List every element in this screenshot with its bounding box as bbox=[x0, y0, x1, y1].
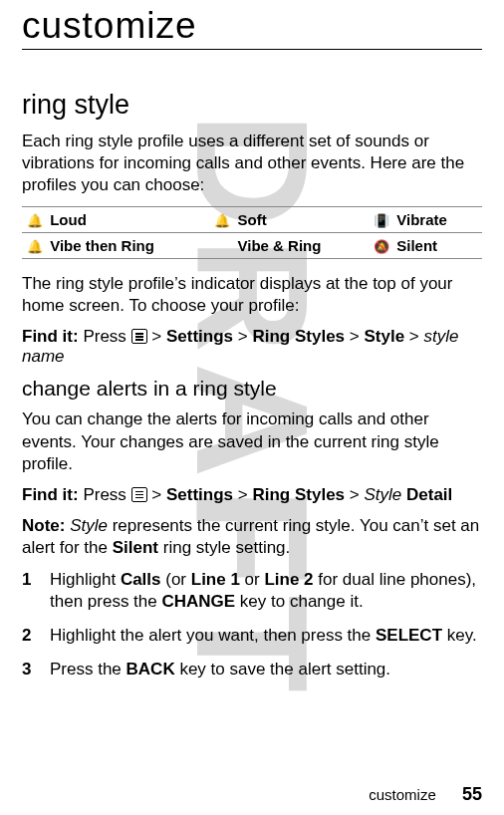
path-ring-styles: Ring Styles bbox=[252, 485, 345, 504]
path-style-italic: Style bbox=[364, 485, 401, 504]
steps-list: Highlight Calls (or Line 1 or Line 2 for… bbox=[22, 569, 482, 680]
ring-style-after-table: The ring style profile’s indicator displ… bbox=[22, 273, 482, 317]
profile-cell-vibe-then-ring: 🔔 Vibe then Ring bbox=[22, 233, 209, 259]
gt: > bbox=[151, 327, 161, 346]
note-paragraph: Note: Style represents the current ring … bbox=[22, 515, 482, 559]
find-it-2: Find it: Press > Settings > Ring Styles … bbox=[22, 485, 482, 505]
step1-change: CHANGE bbox=[161, 592, 235, 611]
page-footer: customize 55 bbox=[369, 784, 482, 805]
find-it-prefix: Find it: bbox=[22, 485, 79, 504]
note-text-2: ring style setting. bbox=[158, 538, 290, 557]
footer-label: customize bbox=[369, 786, 436, 803]
silent-icon: 🔕 bbox=[373, 239, 390, 254]
note-silent: Silent bbox=[113, 538, 158, 557]
step3-a: Press the bbox=[50, 660, 126, 679]
profile-label: Vibrate bbox=[396, 211, 447, 228]
path-style: Style bbox=[364, 327, 404, 346]
press-text: Press bbox=[83, 327, 126, 346]
step1-calls: Calls bbox=[121, 570, 161, 589]
gt: > bbox=[238, 485, 248, 504]
change-alerts-intro: You can change the alerts for incoming c… bbox=[22, 408, 482, 474]
profile-cell-vibrate: 📳 Vibrate bbox=[369, 207, 482, 233]
step1-e: key to change it. bbox=[235, 592, 364, 611]
step-2: Highlight the alert you want, then press… bbox=[22, 625, 482, 647]
profile-cell-loud: 🔔 Loud bbox=[22, 207, 209, 233]
profile-cell-vibe-and-ring: Vibe & Ring bbox=[209, 233, 369, 259]
profile-cell-silent: 🔕 Silent bbox=[369, 233, 482, 259]
press-text: Press bbox=[83, 485, 126, 504]
note-prefix: Note: bbox=[22, 516, 65, 535]
profile-label: Silent bbox=[396, 237, 437, 254]
profile-label: Soft bbox=[238, 211, 267, 228]
page-title: customize bbox=[22, 5, 482, 50]
step-1: Highlight Calls (or Line 1 or Line 2 for… bbox=[22, 569, 482, 613]
bell-soft-icon: 🔔 bbox=[213, 213, 231, 228]
path-ring-styles: Ring Styles bbox=[252, 327, 345, 346]
vibrate-icon: 📳 bbox=[373, 213, 390, 228]
gt: > bbox=[151, 485, 161, 504]
gt: > bbox=[409, 327, 419, 346]
step1-a: Highlight bbox=[50, 570, 121, 589]
gt: > bbox=[350, 485, 360, 504]
bell-loud-icon: 🔔 bbox=[26, 213, 44, 228]
profile-cell-soft: 🔔 Soft bbox=[209, 207, 369, 233]
ring-profiles-table: 🔔 Loud 🔔 Soft 📳 Vibrate 🔔 Vibe then Ring… bbox=[22, 206, 482, 259]
section-ring-style-heading: ring style bbox=[22, 90, 482, 121]
step3-b: key to save the alert setting. bbox=[175, 660, 390, 679]
step1-b: (or bbox=[161, 570, 191, 589]
vibe-ring-icon: 🔔 bbox=[26, 239, 44, 254]
find-it-1: Find it: Press > Settings > Ring Styles … bbox=[22, 327, 482, 367]
menu-key-icon bbox=[131, 329, 147, 344]
step1-line2: Line 2 bbox=[264, 570, 313, 589]
note-style: Style bbox=[70, 516, 108, 535]
step1-c: or bbox=[240, 570, 265, 589]
step3-back: BACK bbox=[126, 660, 175, 679]
gt: > bbox=[238, 327, 248, 346]
step-3: Press the BACK key to save the alert set… bbox=[22, 659, 482, 680]
path-detail: Detail bbox=[406, 485, 452, 504]
step2-b: key. bbox=[442, 626, 477, 645]
find-it-prefix: Find it: bbox=[22, 327, 79, 346]
path-settings: Settings bbox=[166, 485, 233, 504]
menu-key-icon bbox=[131, 487, 147, 502]
page-number: 55 bbox=[462, 784, 482, 804]
step2-a: Highlight the alert you want, then press… bbox=[50, 626, 376, 645]
step2-select: SELECT bbox=[376, 626, 442, 645]
profile-label: Loud bbox=[50, 211, 87, 228]
profile-label: Vibe & Ring bbox=[238, 237, 322, 254]
gt: > bbox=[350, 327, 360, 346]
section-change-alerts-heading: change alerts in a ring style bbox=[22, 377, 482, 401]
page-content: customize ring style Each ring style pro… bbox=[0, 0, 504, 702]
ring-style-intro: Each ring style profile uses a different… bbox=[22, 131, 482, 196]
path-settings: Settings bbox=[166, 327, 233, 346]
step1-line1: Line 1 bbox=[191, 570, 240, 589]
profile-label: Vibe then Ring bbox=[50, 237, 154, 254]
